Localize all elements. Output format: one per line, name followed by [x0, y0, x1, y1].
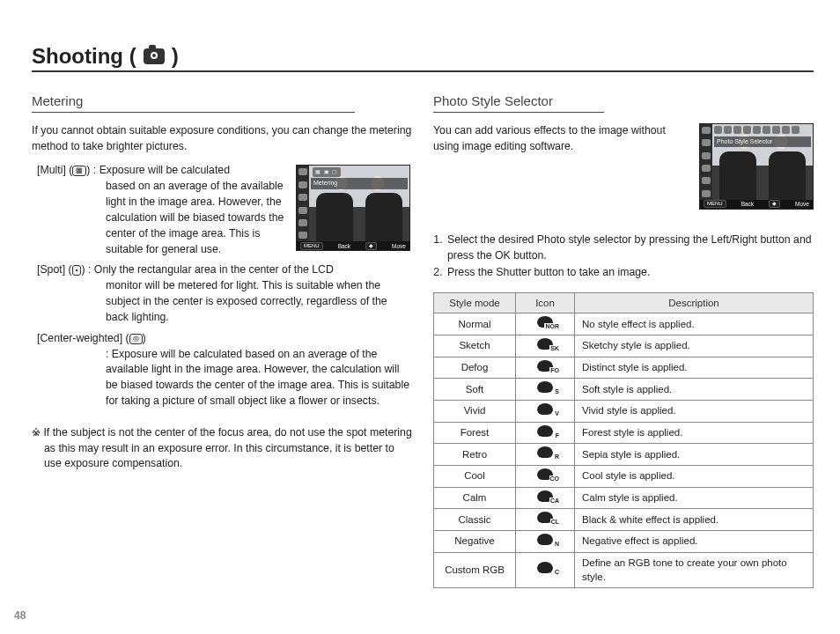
step-item: Press the Shutter button to take an imag… — [446, 265, 814, 281]
cell-style-mode: Vivid — [434, 400, 516, 422]
table-row: RetroSepia style is applied. — [434, 444, 814, 466]
metering-heading: Metering — [32, 92, 355, 113]
photostyle-lcd-preview: Photo Style Selector MENU Back ◆ Move — [699, 123, 814, 210]
cell-style-mode: Cool — [434, 465, 516, 487]
palette-icon — [537, 490, 553, 502]
camera-icon — [144, 48, 165, 64]
cell-icon — [516, 335, 575, 357]
table-row: SketchSketchy style is applied. — [434, 335, 814, 357]
th-desc: Description — [575, 292, 814, 313]
lcd-side-icons — [700, 124, 712, 200]
lcd-topbar: ▦ ▣ ▢ — [313, 167, 341, 177]
cell-icon — [516, 487, 575, 509]
lcd-bottom-bar: MENU Back ◆ Move — [297, 241, 409, 250]
cell-description: Soft style is applied. — [575, 379, 814, 401]
mode-label-end: ) — [143, 332, 146, 344]
title-prefix: Shooting ( — [32, 44, 136, 69]
cell-icon — [516, 400, 575, 422]
page-number: 48 — [14, 609, 26, 622]
photostyle-table: Style mode Icon Description NormalNo sty… — [433, 292, 814, 588]
menu-button-label: MENU — [704, 200, 726, 208]
two-column-layout: Metering If you cannot obtain suitable e… — [32, 92, 814, 588]
table-row: ClassicBlack & white effect is applied. — [434, 509, 814, 531]
mode-glyph-icon: ▦ — [72, 166, 86, 176]
step-item: Select the desired Photo style selector … — [446, 232, 814, 264]
mode-label: [Spot] ( — [37, 263, 72, 276]
cell-style-mode: Defog — [434, 357, 516, 379]
table-row: Custom RGBDefine an RGB tone to create y… — [434, 552, 814, 587]
mode-glyph-icon: ◎ — [129, 334, 143, 344]
th-mode: Style mode — [434, 292, 516, 313]
cell-description: Define an RGB tone to create your own ph… — [575, 552, 814, 587]
photostyle-steps: Select the desired Photo style selector … — [433, 232, 814, 281]
cell-description: Forest style is applied. — [575, 422, 814, 444]
cell-style-mode: Normal — [434, 313, 516, 335]
mode-label: [Center-weighted] ( — [37, 332, 129, 344]
cell-style-mode: Soft — [434, 379, 516, 401]
cell-description: Calm style is applied. — [575, 487, 814, 509]
cell-description: Vivid style is applied. — [575, 400, 814, 422]
lcd-top-iconstrip — [714, 126, 811, 135]
table-row: VividVivid style is applied. — [434, 400, 814, 422]
title-suffix: ) — [172, 44, 179, 69]
mode-description: monitor will be metered for light. This … — [37, 278, 412, 325]
mode-description: : Exposure will be calculated based on a… — [37, 347, 412, 409]
cell-icon — [516, 313, 575, 335]
table-row: ForestForest style is applied. — [434, 422, 814, 444]
mode-label: [Multi] ( — [37, 164, 72, 176]
cell-description: Distinct style is applied. — [575, 357, 814, 379]
cell-description: Negative effect is applied. — [575, 530, 814, 552]
table-row: SoftSoft style is applied. — [434, 379, 814, 401]
cell-style-mode: Negative — [434, 530, 516, 552]
manual-page: Shooting ( ) Metering If you cannot obta… — [0, 0, 840, 634]
nav-key-icon: ◆ — [769, 200, 780, 208]
right-column: Photo Style Selector You can add various… — [433, 92, 814, 588]
cell-style-mode: Sketch — [434, 335, 516, 357]
lcd-side-icons — [297, 166, 309, 241]
palette-icon — [537, 425, 553, 437]
mode-label-end: ) : Only the rectangular area in the cen… — [81, 263, 333, 276]
palette-icon — [537, 338, 553, 350]
lcd-photo — [309, 166, 409, 241]
palette-icon — [537, 512, 553, 523]
lcd-caption: Photo Style Selector — [714, 136, 811, 147]
metering-mode: [Center-weighted] (◎): Exposure will be … — [32, 331, 412, 409]
metering-mode: [Spot] (•) : Only the rectangular area i… — [32, 262, 412, 325]
palette-icon — [537, 468, 553, 480]
back-label: Back — [338, 242, 350, 250]
table-row: DefogDistinct style is applied. — [434, 357, 814, 379]
cell-icon — [516, 465, 575, 487]
table-row: CoolCool style is applied. — [434, 465, 814, 487]
lcd-photo — [712, 124, 813, 200]
cell-style-mode: Calm — [434, 487, 516, 509]
palette-icon — [537, 360, 553, 372]
table-header-row: Style mode Icon Description — [434, 292, 814, 313]
lcd-bottom-bar: MENU Back ◆ Move — [700, 200, 813, 209]
cell-icon — [516, 552, 575, 587]
cell-description: Sepia style is applied. — [575, 444, 814, 466]
cell-icon — [516, 357, 575, 379]
table-row: NegativeNegative effect is applied. — [434, 530, 814, 552]
metering-intro: If you cannot obtain suitable exposure c… — [32, 123, 412, 155]
metering-body: ▦ ▣ ▢ Metering MENU Back ◆ Move [Multi] … — [32, 163, 412, 414]
cell-style-mode: Forest — [434, 422, 516, 444]
palette-icon — [537, 381, 553, 393]
cell-icon — [516, 422, 575, 444]
metering-lcd-preview: ▦ ▣ ▢ Metering MENU Back ◆ Move — [296, 165, 410, 251]
palette-icon — [537, 316, 553, 328]
cell-icon — [516, 509, 575, 531]
cell-description: Cool style is applied. — [575, 465, 814, 487]
move-label: Move — [795, 200, 809, 208]
cell-icon — [516, 379, 575, 401]
palette-icon — [537, 403, 553, 415]
left-column: Metering If you cannot obtain suitable e… — [32, 92, 412, 588]
nav-key-icon: ◆ — [365, 242, 377, 250]
palette-icon — [537, 446, 553, 458]
move-label: Move — [392, 242, 406, 250]
mode-label-end: ) : Exposure will be calculated — [86, 164, 230, 176]
table-row: CalmCalm style is applied. — [434, 487, 814, 509]
lcd-caption: Metering — [311, 178, 408, 188]
cell-style-mode: Custom RGB — [434, 552, 516, 587]
page-title: Shooting ( ) — [32, 44, 814, 72]
palette-icon — [537, 534, 553, 545]
